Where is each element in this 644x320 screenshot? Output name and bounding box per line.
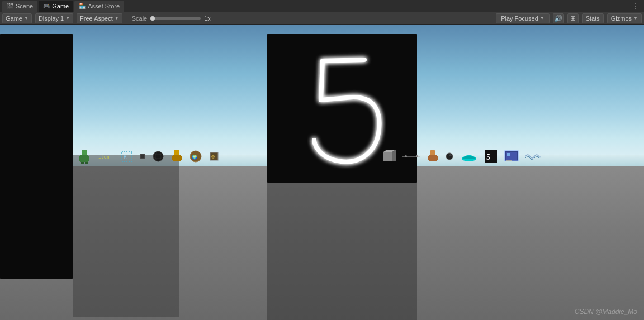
obj-green-character	[78, 149, 91, 164]
more-tabs-button[interactable]: ⋮	[629, 2, 642, 11]
display-dropdown-label: Display 1	[39, 15, 64, 22]
svg-point-32	[416, 155, 418, 157]
aspect-dropdown[interactable]: Free Aspect ▼	[77, 13, 122, 23]
aspect-ratio-icon: ⊞	[570, 15, 576, 22]
aspect-dropdown-label: Free Aspect	[80, 15, 113, 22]
svg-text:R: R	[124, 154, 127, 160]
svg-rect-8	[85, 162, 88, 164]
obj-wire-line	[402, 154, 420, 159]
gizmos-button[interactable]: Gizmos ▼	[607, 13, 642, 23]
svg-rect-33	[430, 150, 435, 155]
obj-small-dark-cube	[140, 154, 145, 159]
svg-rect-21	[179, 156, 182, 160]
svg-rect-7	[81, 162, 84, 164]
tab-game[interactable]: 🎮 Game	[39, 1, 73, 12]
scene-icon: 🎬	[7, 3, 13, 9]
game-icon: 🎮	[43, 3, 50, 9]
watermark-text: CSDN @Maddie_Mo	[575, 308, 637, 316]
horizon-objects-row: item R	[67, 145, 644, 168]
svg-rect-36	[435, 156, 438, 160]
svg-text:⚙: ⚙	[211, 154, 215, 160]
play-label: Play	[501, 15, 513, 22]
focused-label: Focused	[515, 15, 538, 22]
left-panel-shadow	[73, 155, 179, 317]
obj-small-icon1: ⚙	[209, 151, 219, 161]
obj-wavy-lines	[525, 152, 541, 161]
obj-dark-small-sphere-right	[445, 152, 454, 161]
svg-rect-35	[428, 156, 430, 160]
asset-store-icon: 🏪	[79, 3, 86, 9]
obj-small-char-right	[427, 150, 438, 163]
obj-teal-bowl	[461, 151, 477, 162]
tab-game-label: Game	[52, 3, 69, 9]
scale-value: 1x	[204, 15, 211, 22]
svg-text:item: item	[98, 155, 109, 160]
svg-text:▬▬: ▬▬	[506, 158, 512, 161]
svg-line-1	[321, 61, 323, 100]
scale-slider[interactable]	[150, 17, 201, 20]
game-dropdown[interactable]: Game ▼	[2, 13, 32, 23]
obj-number5-small: 5	[484, 150, 498, 163]
game-viewport: item R	[0, 25, 644, 320]
gizmos-label: Gizmos	[611, 15, 632, 22]
obj-dark-sphere	[152, 150, 164, 163]
svg-rect-45	[507, 153, 510, 156]
watermark: CSDN @Maddie_Mo	[575, 308, 637, 316]
svg-point-31	[405, 155, 407, 157]
obj-blue-screen: ▬▬	[504, 150, 519, 163]
obj-text-label: item	[97, 152, 114, 161]
separator-1	[127, 15, 127, 22]
tab-asset-store-label: Asset Store	[88, 3, 120, 9]
game-dropdown-label: Game	[6, 15, 22, 22]
display-dropdown-chevron: ▼	[65, 16, 70, 21]
audio-icon: 🔊	[554, 15, 562, 22]
display-dropdown[interactable]: Display 1 ▼	[35, 13, 73, 23]
svg-line-0	[323, 60, 364, 61]
obj-round-textured: 🌍	[189, 150, 202, 163]
stats-button[interactable]: Stats	[582, 13, 604, 23]
stats-label: Stats	[586, 15, 600, 22]
tab-scene-label: Scene	[16, 3, 33, 9]
svg-rect-5	[79, 156, 82, 161]
svg-rect-18	[174, 150, 179, 155]
svg-rect-6	[87, 156, 89, 161]
game-dropdown-chevron: ▼	[24, 16, 29, 21]
svg-text:5: 5	[486, 153, 490, 161]
tab-bar: 🎬 Scene 🎮 Game 🏪 Asset Store ⋮	[0, 0, 644, 12]
left-black-panel	[0, 34, 73, 279]
audio-button[interactable]: 🔊	[553, 13, 564, 23]
play-focused-button[interactable]: Play Focused ▼	[496, 13, 550, 23]
center-panel-shadow	[267, 183, 417, 320]
obj-gray-cube-right	[382, 150, 396, 163]
obj-blue-outline: R	[121, 150, 133, 163]
aspect-ratio-button[interactable]: ⊞	[567, 13, 579, 23]
svg-text:🌍: 🌍	[192, 154, 197, 160]
tab-asset-store[interactable]: 🏪 Asset Store	[74, 1, 124, 12]
toolbar-right: Play Focused ▼ 🔊 ⊞ Stats Gizmos ▼	[496, 13, 642, 23]
gizmos-chevron: ▼	[633, 16, 638, 21]
obj-yellow-char	[171, 149, 182, 164]
svg-rect-27	[383, 152, 392, 161]
game-toolbar: Game ▼ Display 1 ▼ Free Aspect ▼ Scale 1…	[0, 12, 644, 25]
play-dropdown-chevron: ▼	[540, 16, 544, 21]
svg-rect-3	[82, 150, 87, 155]
svg-rect-20	[172, 156, 174, 160]
tab-scene[interactable]: 🎬 Scene	[2, 1, 37, 12]
aspect-dropdown-chevron: ▼	[115, 16, 119, 21]
svg-point-39	[449, 154, 452, 156]
svg-line-2	[321, 97, 353, 100]
scale-label: Scale	[132, 15, 148, 22]
svg-rect-12	[140, 154, 145, 159]
